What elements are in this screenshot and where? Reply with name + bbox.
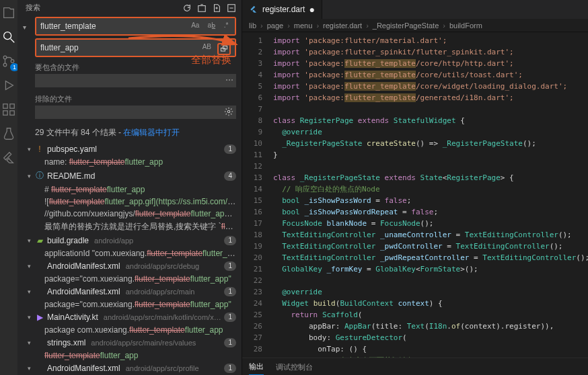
include-input[interactable] [35,74,236,87]
source-control-icon[interactable]: 1 [0,52,17,70]
svg-point-3 [3,63,7,67]
panel-header: 搜索 [17,0,242,14]
extensions-icon[interactable] [0,101,17,118]
tab-label: register.dart [262,5,305,14]
breadcrumb-item[interactable]: _RegisterPageState [373,22,439,30]
result-line[interactable]: package="com.xuexiang.flutter_templatefl… [23,298,242,310]
explorer-icon[interactable] [0,4,17,22]
clear-icon[interactable] [197,3,207,13]
svg-marker-5 [5,81,13,90]
result-file[interactable]: ▾AndroidManifest.xmlandroid/app/src/debu… [23,259,242,273]
result-line[interactable]: # flutter_templateflutter_app [23,183,242,196]
search-input-row: Aa ab̲ .* [35,17,236,36]
preserve-case-toggle[interactable]: AB [200,42,213,52]
result-line[interactable]: applicationId "com.xuexiang.flutter_temp… [23,247,242,259]
open-in-editor-link[interactable]: 在编辑器中打开 [123,128,180,137]
code-area[interactable]: import 'package:flutter/material.dart'; … [269,32,588,358]
line-gutter: 1234567891011121314151617181920212223242… [242,32,269,358]
gear-icon[interactable] [224,107,233,118]
svg-point-15 [227,110,230,113]
result-line[interactable]: package="com.xuexiang.flutter_templatefl… [23,273,242,285]
flutter-icon[interactable] [0,149,17,167]
editor-area: register.dart ● lib›page›menu›register.d… [242,0,588,375]
svg-rect-8 [3,111,7,115]
svg-point-0 [4,32,11,40]
breadcrumb-item[interactable]: menu [294,22,313,30]
tab-register[interactable]: register.dart ● [242,0,322,19]
result-line[interactable]: package com.xuexiang.flutter_templateflu… [23,324,242,336]
result-line[interactable]: //github.com/xuexiangjys/flutter_templat… [23,208,242,220]
match-case-toggle[interactable]: Aa [189,20,201,30]
result-file[interactable]: ▾▰build.gradleandroid/app1 [23,234,242,247]
svg-rect-9 [10,111,14,115]
result-file[interactable]: ▾▶MainActivity.ktandroid/app/src/main/ko… [23,310,242,324]
breadcrumb-item[interactable]: register.dart [323,22,362,30]
unsaved-dot-icon: ● [309,7,314,11]
svg-line-1 [11,39,15,43]
match-word-toggle[interactable]: ab̲ [205,20,217,30]
bottom-panel-tabs: 输出 调试控制台 [242,358,588,375]
collapse-icon[interactable] [227,3,236,13]
result-file[interactable]: ▾strings.xmlandroid/app/src/main/res/val… [23,336,242,349]
regex-toggle[interactable]: .* [221,20,231,30]
result-file[interactable]: ▾!pubspec.yaml1 [23,142,242,156]
breadcrumb-item[interactable]: buildForm [449,22,482,30]
refresh-icon[interactable] [182,3,192,13]
result-file[interactable]: ▾AndroidManifest.xmlandroid/app/src/prof… [23,362,242,375]
panel-title: 搜索 [26,3,40,13]
include-label: 要包含的文件 [17,60,242,74]
result-line[interactable]: flutter_templateflutter_app [23,349,242,362]
replace-all-button[interactable] [217,43,231,55]
tab-debug-console[interactable]: 调试控制台 [276,360,313,375]
results-tree[interactable]: ▾!pubspec.yaml1name: flutter_templateflu… [17,142,242,375]
tab-output[interactable]: 输出 [249,359,264,375]
search-icon[interactable] [0,28,17,46]
result-line[interactable]: name: flutter_templateflutter_app [23,156,242,168]
breadcrumbs[interactable]: lib›page›menu›register.dart›_RegisterPag… [242,19,588,32]
result-line[interactable]: ![flutter_templateflutter_app.gif](https… [23,196,242,208]
svg-rect-7 [10,104,14,108]
test-icon[interactable] [0,125,17,142]
exclude-label: 排除的文件 [17,91,242,106]
svg-rect-6 [3,104,7,108]
svg-point-2 [3,56,7,59]
toggle-replace-icon[interactable]: ▾ [23,24,26,31]
svg-rect-10 [198,5,206,11]
svg-point-4 [11,60,14,63]
tab-bar: register.dart ● [242,0,588,19]
ellipsis-icon[interactable]: ⋯ [225,75,233,85]
breadcrumb-item[interactable]: lib [249,22,256,30]
replace-input-row: AB [35,38,236,57]
result-file[interactable]: ▾AndroidManifest.xmlandroid/app/src/main… [23,285,242,298]
debug-icon[interactable] [0,77,17,94]
activity-bar: 1 [0,0,17,375]
result-line[interactable]: 最简单的替换方法就是进行全局替换,搜索关键字 `flutter_templat.… [23,220,242,234]
breadcrumb-item[interactable]: page [267,22,283,30]
search-panel: 搜索 ▾ Aa ab̲ .* AB [17,0,242,375]
exclude-input[interactable] [35,106,236,119]
results-summary: 29 文件中有 84 个结果 - 在编辑器中打开 [17,123,242,142]
result-file[interactable]: ▾ⓘREADME.md4 [23,168,242,183]
new-file-icon[interactable] [212,3,221,13]
